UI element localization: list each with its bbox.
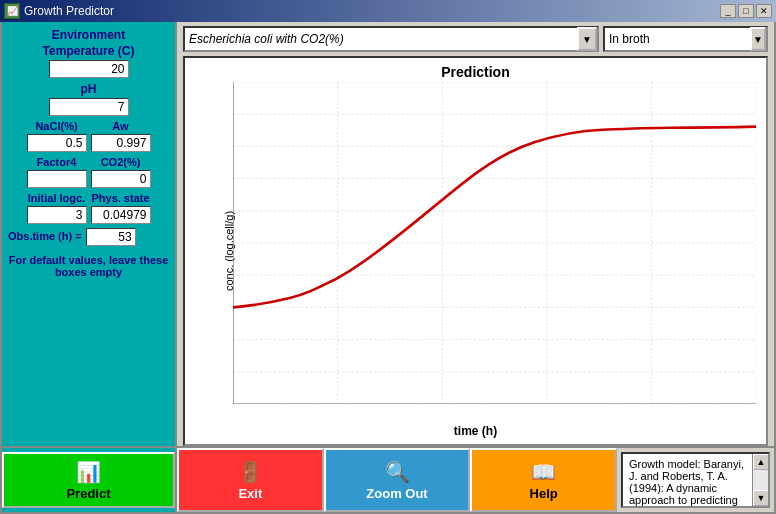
nacl-label: NaCl(%) bbox=[35, 120, 77, 132]
temperature-input[interactable] bbox=[49, 60, 129, 78]
help-button[interactable]: 📖 Help bbox=[470, 448, 617, 512]
scroll-track bbox=[753, 470, 768, 490]
co2-label: CO2(%) bbox=[101, 156, 141, 168]
help-icon: 📖 bbox=[531, 460, 556, 484]
obs-time-input[interactable] bbox=[86, 228, 136, 246]
default-note: For default values, leave these boxes em… bbox=[8, 254, 169, 278]
minimize-button[interactable]: _ bbox=[720, 4, 736, 18]
ph-label: pH bbox=[8, 82, 169, 96]
scroll-up-button[interactable]: ▲ bbox=[753, 454, 769, 470]
predict-icon: 📊 bbox=[76, 460, 101, 484]
exit-icon: 🚪 bbox=[238, 460, 263, 484]
window-controls[interactable]: _ □ ✕ bbox=[720, 4, 772, 18]
maximize-button[interactable]: □ bbox=[738, 4, 754, 18]
phys-state-input[interactable] bbox=[91, 206, 151, 224]
temp-label: Temperature (C) bbox=[8, 44, 169, 58]
main-window: Environment Temperature (C) pH NaCl(%) A… bbox=[0, 22, 776, 514]
medium-select[interactable] bbox=[605, 28, 750, 50]
aw-label: Aw bbox=[112, 120, 128, 132]
info-text: Growth model: Baranyi, J. and Roberts, T… bbox=[629, 458, 762, 508]
right-panel: ▼ ▼ Prediction conc. (log.cell/g) bbox=[177, 22, 774, 512]
window-title: Growth Predictor bbox=[24, 4, 720, 18]
init-logc-input[interactable] bbox=[27, 206, 87, 224]
organism-select[interactable] bbox=[185, 28, 577, 50]
app-icon: 📈 bbox=[4, 3, 20, 19]
scroll-down-button[interactable]: ▼ bbox=[753, 490, 769, 506]
predict-area: 📊 Predict bbox=[2, 446, 175, 512]
zoom-out-button[interactable]: 🔍 Zoom Out bbox=[324, 448, 471, 512]
close-button[interactable]: ✕ bbox=[756, 4, 772, 18]
left-panel: Environment Temperature (C) pH NaCl(%) A… bbox=[2, 22, 177, 446]
title-bar: 📈 Growth Predictor _ □ ✕ bbox=[0, 0, 776, 22]
info-scrollbar[interactable]: ▲ ▼ bbox=[752, 454, 768, 506]
bottom-buttons: 🚪 Exit 🔍 Zoom Out 📖 Help bbox=[177, 448, 617, 512]
exit-button[interactable]: 🚪 Exit bbox=[177, 448, 324, 512]
phys-state-label: Phys. state bbox=[91, 192, 149, 204]
zoom-out-icon: 🔍 bbox=[385, 460, 410, 484]
x-axis-label: time (h) bbox=[454, 424, 497, 438]
bottom-bar: 🚪 Exit 🔍 Zoom Out 📖 Help Growth model: B… bbox=[177, 446, 774, 512]
co2-input[interactable] bbox=[91, 170, 151, 188]
factor4-input[interactable] bbox=[27, 170, 87, 188]
chart-svg: 10 8 6 4 2 0 0 10.6 21.2 31.8 42.4 53 bbox=[233, 82, 756, 404]
init-logc-label: Initial logc. bbox=[28, 192, 85, 204]
organism-dropdown-button[interactable]: ▼ bbox=[577, 27, 597, 51]
top-controls: ▼ ▼ bbox=[177, 22, 774, 56]
aw-input[interactable] bbox=[91, 134, 151, 152]
obs-time-label: Obs.time (h) = bbox=[8, 230, 82, 242]
env-label: Environment bbox=[8, 28, 169, 42]
predict-button[interactable]: 📊 Predict bbox=[2, 452, 175, 508]
chart-title: Prediction bbox=[185, 64, 766, 80]
ph-input[interactable] bbox=[49, 98, 129, 116]
chart-area: Prediction conc. (log.cell/g) bbox=[183, 56, 768, 446]
medium-dropdown-button[interactable]: ▼ bbox=[750, 27, 766, 51]
info-panel: Growth model: Baranyi, J. and Roberts, T… bbox=[621, 452, 770, 508]
factor4-label: Factor4 bbox=[37, 156, 77, 168]
nacl-input[interactable] bbox=[27, 134, 87, 152]
